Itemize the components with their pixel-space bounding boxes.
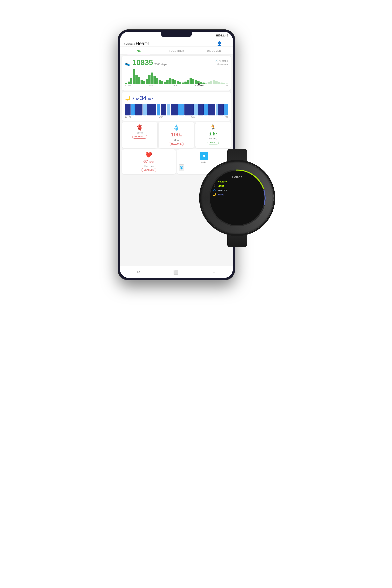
steps-count: 10835 [132, 58, 153, 67]
nav-back-icon[interactable]: ↩ [136, 270, 140, 275]
water-add-button[interactable]: ⊕ [179, 164, 184, 171]
steps-card: 👟 10835 /6000 steps 🔗 All steps 43 min a… [122, 56, 231, 90]
step-bar-18 [172, 79, 174, 84]
sleep-bar-1 [131, 104, 135, 116]
phone-notch [161, 32, 192, 37]
heart-rate-measure-button[interactable]: MEASURE [142, 168, 156, 172]
watch-activity-sleep: 🌙 Sleep [213, 193, 262, 196]
step-bar-23 [184, 82, 186, 84]
tab-together[interactable]: TOGETHER [158, 47, 195, 54]
scene: 12:45 SAMSUNG Health 👤 ⋮ ME [108, 20, 284, 568]
sleep-bar-9 [178, 104, 184, 116]
nav-home-icon[interactable]: ⬜ [173, 270, 178, 275]
metric-grid-1: 🫀 Stress MEASURE 💧 O₂ 100% SpO₂ [122, 122, 231, 148]
logo-health: Health [136, 41, 149, 46]
sleep-bar-17 [224, 104, 228, 116]
sleep-bar-2 [135, 104, 142, 116]
step-bar-12 [156, 78, 158, 84]
app-header: SAMSUNG Health 👤 ⋮ [120, 39, 233, 46]
running-card: 🏃 1 hr Running START [196, 122, 231, 148]
sleep-chart-labels: 10 PM 1 AM 4 AM 7 AM [125, 116, 228, 118]
sleep-bar-6 [161, 104, 166, 116]
heart-rate-icon: ❤️ [124, 152, 174, 158]
step-bar-24 [187, 80, 189, 84]
spo2-value: 100% [160, 132, 192, 138]
step-bar-1 [128, 82, 130, 84]
sleep-bar-11 [194, 104, 198, 116]
stress-measure-button[interactable]: MEASURE [132, 135, 147, 138]
watch-activity-inactive: 💤 Inactive [213, 188, 262, 192]
step-bar-34 [213, 80, 215, 84]
chart-labels: 12 AM 6 AM 12 PM 6 PMNow 12 AM [125, 84, 228, 87]
sleep-bar-12 [198, 104, 204, 116]
step-bar-19 [174, 80, 176, 84]
heart-rate-label: Heart rate [124, 165, 174, 167]
step-bar-26 [192, 79, 194, 84]
heart-rate-card: ❤️ 67 bpm Heart rate MEASURE [122, 149, 176, 174]
logo-samsung: SAMSUNG [124, 43, 135, 46]
step-bar-20 [176, 81, 179, 84]
step-bar-2 [130, 78, 132, 84]
sleep-bar-7 [166, 104, 170, 116]
step-bar-10 [151, 72, 153, 84]
profile-icon[interactable]: 👤 [217, 41, 222, 46]
light-label: Light [218, 184, 224, 188]
sleep-bar-13 [204, 104, 208, 116]
steps-meta: 🔗 All steps 43 min ago [216, 60, 228, 66]
step-bar-13 [158, 80, 161, 84]
spo2-label: SpO₂ [160, 138, 192, 141]
menu-icon[interactable]: ⋮ [225, 41, 229, 46]
sleep-bar-5 [156, 104, 160, 116]
step-bar-35 [215, 81, 217, 84]
sleep-time: 7 hr 34 min [132, 94, 153, 102]
step-bar-4 [136, 75, 138, 84]
step-bar-17 [169, 78, 171, 84]
step-bar-9 [148, 75, 150, 84]
sleep-bars [125, 104, 228, 116]
battery-icon [216, 34, 220, 36]
steps-bar-chart [125, 68, 228, 84]
watch-activity-list: 🏃 Healthy 🚶 Light 💤 Inactive 🌙 Sleep [209, 180, 266, 196]
app-logo: SAMSUNG Health [124, 41, 149, 46]
watch-activity-healthy: 🏃 Healthy [213, 180, 262, 183]
step-bar-25 [190, 78, 192, 84]
sleep-bar-0 [125, 104, 130, 116]
sleep-watch-label: Sleep [218, 193, 224, 196]
sleep-header: 🌙 7 hr 34 min [125, 94, 228, 102]
light-icon: 🚶 [213, 184, 216, 188]
header-icons: 👤 ⋮ [217, 41, 229, 46]
step-bar-14 [161, 81, 163, 84]
steps-sync-time: 43 min ago [216, 63, 228, 66]
sleep-bar-14 [208, 104, 216, 116]
tab-me[interactable]: ME [120, 47, 158, 54]
inactive-icon: 💤 [213, 188, 216, 192]
watch-face: TODAY 🏃 Healthy 🚶 Light 💤 Inactive [209, 170, 266, 226]
sleep-watch-icon: 🌙 [213, 193, 216, 196]
sleep-bar-3 [143, 104, 146, 116]
spo2-card: 💧 O₂ 100% SpO₂ MEASURE [158, 122, 194, 148]
bottom-nav: ↩ ⬜ ← [120, 266, 233, 278]
sleep-moon-icon: 🌙 [125, 96, 130, 101]
spo2-measure-button[interactable]: MEASURE [169, 142, 184, 146]
step-bar-6 [140, 80, 143, 84]
step-bar-8 [146, 79, 148, 84]
step-bar-16 [166, 80, 168, 84]
steps-goal: /6000 steps [154, 63, 167, 66]
sleep-bar-8 [171, 104, 178, 116]
step-bar-33 [210, 81, 212, 84]
watch-activity-light: 🚶 Light [213, 184, 262, 188]
inactive-label: Inactive [218, 189, 227, 192]
step-bar-5 [138, 77, 140, 84]
step-bar-11 [154, 76, 156, 84]
watch: /* ticks rendered via JS below */ TODAY … [190, 147, 284, 249]
steps-sync-icon: 🔗 All steps [216, 60, 228, 63]
run-label: Running [197, 138, 229, 140]
nav-arrow-icon[interactable]: ← [212, 270, 216, 275]
step-bar-3 [133, 70, 135, 84]
steps-shoe-icon: 👟 [125, 61, 130, 66]
stress-label: Stress [124, 132, 156, 134]
steps-header: 👟 10835 /6000 steps 🔗 All steps 43 min a… [125, 58, 228, 67]
tab-discover[interactable]: DISCOVER [195, 47, 233, 54]
spo2-o2-label: O₂ [175, 126, 178, 129]
running-start-button[interactable]: START [208, 141, 219, 144]
